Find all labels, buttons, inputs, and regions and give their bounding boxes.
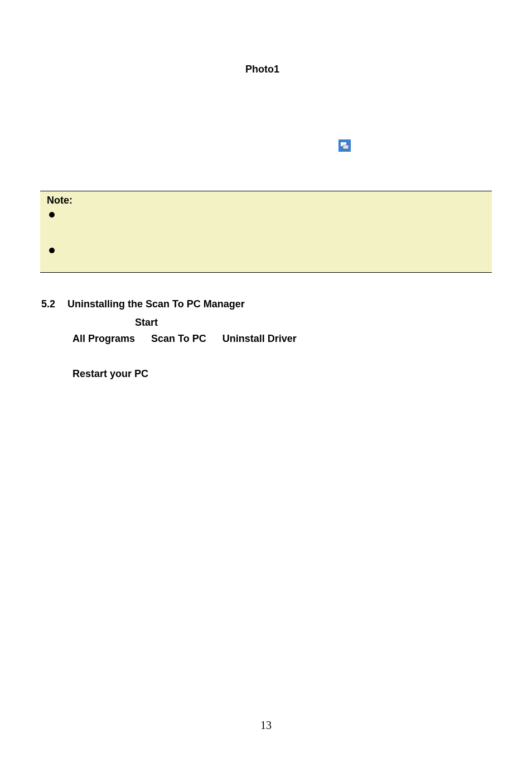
note-item [47, 244, 485, 258]
restart-pc-label: Restart your PC [72, 368, 148, 379]
start-label: Start [135, 317, 158, 328]
section-body: Start All Programs Scan To PC Uninstall … [72, 315, 492, 382]
section-heading: 5.2 Uninstalling the Scan To PC Manager [41, 298, 492, 310]
svg-rect-2 [343, 145, 349, 149]
note-item [47, 209, 485, 222]
uninstall-driver-label: Uninstall Driver [223, 331, 297, 347]
section-title: Uninstalling the Scan To PC Manager [67, 298, 245, 310]
note-title: Note: [47, 195, 485, 206]
section-number: 5.2 [41, 298, 55, 310]
page-number: 13 [0, 719, 532, 732]
note-box: Note: [40, 191, 492, 273]
instruction-line-3: Restart your PC [72, 366, 492, 382]
note-list [47, 209, 485, 258]
instruction-line-2: All Programs Scan To PC Uninstall Driver [72, 331, 492, 347]
section-5-2: 5.2 Uninstalling the Scan To PC Manager … [41, 298, 492, 382]
photo-caption-row: Photo1 [67, 64, 492, 75]
scan-to-pc-label: Scan To PC [151, 331, 206, 347]
scanner-tray-icon [338, 139, 351, 152]
instruction-line-1: Start [72, 315, 492, 331]
tray-icon-row [338, 139, 492, 152]
all-programs-label: All Programs [72, 331, 135, 347]
photo-caption: Photo1 [245, 64, 279, 75]
page: Photo1 Note: 5.2 Uninstalling the Scan T… [0, 0, 532, 782]
